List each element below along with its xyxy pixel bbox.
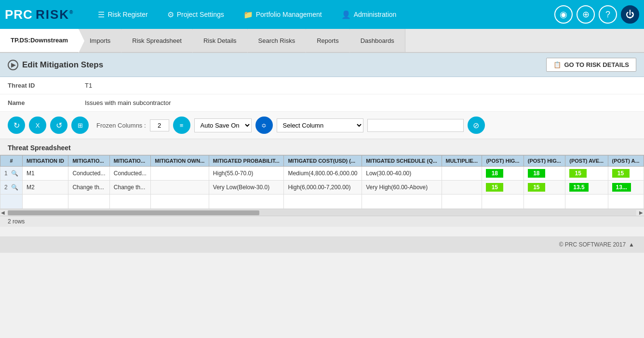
threat-id-label: Threat ID: [8, 82, 85, 89]
frozen-columns-input[interactable]: [150, 119, 169, 131]
go-to-risk-button[interactable]: 📋 GO TO RISK DETAILS: [546, 58, 636, 72]
table-row: 1 🔍 M1 Conducted... Conducted... High(55…: [0, 167, 644, 181]
row1-col9: [442, 167, 482, 181]
risk-register-icon: ☰: [98, 10, 105, 19]
row1-post-a: 15: [608, 167, 644, 181]
tab-imports-label: Imports: [90, 37, 110, 44]
col-header-post-high2: (POST) HIG...: [523, 156, 565, 167]
sort-button[interactable]: ≎: [255, 117, 273, 134]
tabs-bar: TP.DS:Downstream Imports Risk Spreadshee…: [0, 29, 644, 53]
tab-tp-ds-label: TP.DS:Downstream: [11, 37, 68, 44]
tab-dashboards-label: Dashboards: [361, 37, 394, 44]
refresh-button[interactable]: ↻: [8, 117, 25, 134]
col-header-mitigated-prob: MITIGATED PROBABILIT...: [209, 156, 284, 167]
go-to-risk-label: GO TO RISK DETAILS: [564, 61, 629, 68]
nav-administration[interactable]: 👤 Administration: [332, 0, 406, 29]
nav-admin-label: Administration: [354, 11, 397, 18]
freeze-button[interactable]: ≡: [173, 117, 190, 134]
threat-id-row: Threat ID T1: [0, 77, 644, 94]
top-nav-icons: ◉ ⊕ ? ⏻: [554, 5, 639, 24]
row2-post-high1: 15: [482, 181, 523, 195]
row1-col8: Low(30.00-40.00): [362, 167, 442, 181]
tab-risk-spreadsheet-label: Risk Spreadsheet: [132, 37, 182, 44]
scroll-left[interactable]: ◀: [0, 210, 6, 215]
tab-risk-details[interactable]: Risk Details: [193, 29, 248, 52]
row1-post-high2: 18: [523, 167, 565, 181]
zoom-icon-row1[interactable]: 🔍: [11, 170, 18, 177]
col-header-mitigated-sched: MITIGATED SCHEDULE (Q...: [362, 156, 442, 167]
logo-risk: RISK®: [36, 7, 74, 22]
select-column-dropdown[interactable]: Select Column: [277, 118, 363, 132]
tab-risk-details-label: Risk Details: [203, 37, 237, 44]
toggle-button[interactable]: ◉: [554, 5, 573, 24]
nav-portfolio-label: Portfolio Management: [256, 11, 322, 18]
tab-arrow: [247, 29, 253, 53]
row1-col6: High(55.0-70.0): [209, 167, 284, 181]
scroll-row: ◀ ▶: [0, 209, 644, 216]
toolbar: ↻ X ↺ ⊞ Frozen Columns : ≡ Auto Save On …: [0, 112, 644, 139]
add-button[interactable]: ⊕: [577, 5, 595, 24]
row-count: 2 rows: [8, 218, 25, 225]
project-settings-icon: ⚙: [167, 10, 174, 19]
section-title-icon: ▶: [8, 60, 18, 70]
columns-button[interactable]: ⊞: [71, 117, 89, 134]
table-row: 2 🔍 M2 Change th... Change th... Very Lo…: [0, 181, 644, 195]
tab-imports[interactable]: Imports: [79, 29, 121, 52]
top-nav: PRC RISK® ☰ Risk Register ⚙ Project Sett…: [0, 0, 644, 29]
frozen-columns-label: Frozen Columns :: [96, 122, 146, 129]
help-button[interactable]: ?: [599, 5, 617, 24]
col-header-num: #: [0, 156, 23, 167]
go-to-risk-icon: 📋: [553, 61, 561, 68]
nav-portfolio-management[interactable]: 📁 Portfolio Management: [234, 0, 332, 29]
portfolio-icon: 📁: [243, 10, 253, 19]
table-empty-row: [0, 195, 644, 209]
reset-button[interactable]: ↺: [50, 117, 67, 134]
copyright-text: © PRC SOFTWARE 2017: [559, 241, 626, 248]
zoom-icon-row2[interactable]: 🔍: [11, 184, 18, 191]
scroll-thumb: [8, 210, 259, 215]
nav-project-settings[interactable]: ⚙ Project Settings: [158, 0, 234, 29]
row1-col5: [151, 167, 209, 181]
row1-post-ave: 15: [565, 167, 608, 181]
admin-icon: 👤: [341, 10, 351, 19]
nav-risk-register[interactable]: ☰ Risk Register: [88, 0, 157, 29]
tab-search-risks[interactable]: Search Risks: [248, 29, 307, 52]
row2-col4: Change th...: [109, 181, 150, 195]
row2-col5: [151, 181, 209, 195]
row2-col6: Very Low(Below-30.0): [209, 181, 284, 195]
nav-project-settings-label: Project Settings: [177, 11, 224, 18]
section-header: ▶ Edit Mitigation Steps 📋 GO TO RISK DET…: [0, 53, 644, 77]
row2-post-ave: 13.5: [565, 181, 608, 195]
row2-col3: Change th...: [68, 181, 109, 195]
main-content: ▶ Edit Mitigation Steps 📋 GO TO RISK DET…: [0, 53, 644, 227]
name-label: Name: [8, 99, 85, 106]
power-button[interactable]: ⏻: [621, 5, 639, 24]
threat-spreadsheet-table: # MITIGATION ID MITIGATIO... MITIGATIO..…: [0, 155, 644, 209]
col-header-mitigated-cost: MITIGATED COST(USD) (...: [284, 156, 362, 167]
logo: PRC RISK®: [5, 7, 74, 22]
name-value: Issues with main subcontractor: [85, 99, 171, 106]
row1-col7: Medium(4,800.00-6,000.00: [284, 167, 362, 181]
row2-post-high2: 15: [523, 181, 565, 195]
row1-post-high1: 18: [482, 167, 523, 181]
col-header-mitigatio2: MITIGATIO...: [109, 156, 150, 167]
spreadsheet-wrap[interactable]: # MITIGATION ID MITIGATIO... MITIGATIO..…: [0, 155, 644, 209]
horizontal-scrollbar[interactable]: [8, 210, 636, 216]
tab-risk-spreadsheet[interactable]: Risk Spreadsheet: [121, 29, 193, 52]
row2-post-a: 13...: [608, 181, 644, 195]
export-excel-button[interactable]: X: [29, 117, 46, 134]
tab-arrow: [121, 29, 127, 53]
scroll-right[interactable]: ▶: [638, 210, 644, 215]
tab-arrow: [192, 29, 198, 53]
tab-dashboards[interactable]: Dashboards: [350, 29, 405, 52]
col-header-mitigatio1: MITIGATIO...: [68, 156, 109, 167]
tab-tp-ds-downstream[interactable]: TP.DS:Downstream: [0, 29, 79, 52]
tab-reports[interactable]: Reports: [306, 29, 350, 52]
filter-button[interactable]: ⊘: [468, 117, 485, 134]
tab-search-risks-label: Search Risks: [258, 37, 295, 44]
footer: © PRC SOFTWARE 2017 ▲: [0, 236, 644, 253]
search-input[interactable]: [367, 119, 464, 132]
auto-save-select[interactable]: Auto Save On Auto Save Off: [194, 118, 252, 132]
col-header-post-a: (POST) A...: [608, 156, 644, 167]
col-header-multiplie: MULTIPLIE...: [442, 156, 482, 167]
